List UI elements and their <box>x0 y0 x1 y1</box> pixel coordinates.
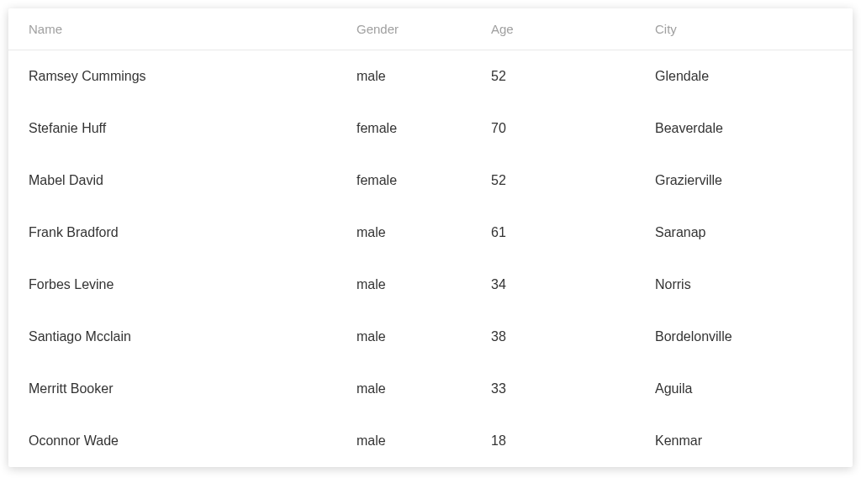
cell-city: Grazierville <box>655 173 832 188</box>
column-header-name[interactable]: Name <box>29 22 357 36</box>
cell-age: 38 <box>491 329 655 344</box>
cell-age: 70 <box>491 121 655 136</box>
column-header-city[interactable]: City <box>655 22 832 36</box>
cell-city: Aguila <box>655 381 832 396</box>
cell-gender: male <box>357 225 491 240</box>
cell-age: 33 <box>491 381 655 396</box>
cell-city: Glendale <box>655 69 832 84</box>
cell-city: Saranap <box>655 225 832 240</box>
column-header-age[interactable]: Age <box>491 22 655 36</box>
data-table: Name Gender Age City Ramsey Cummings mal… <box>8 8 853 467</box>
cell-name: Mabel David <box>29 173 357 188</box>
cell-city: Beaverdale <box>655 121 832 136</box>
cell-age: 34 <box>491 277 655 292</box>
table-header-row: Name Gender Age City <box>8 8 853 50</box>
cell-city: Norris <box>655 277 832 292</box>
cell-gender: male <box>357 381 491 396</box>
cell-name: Santiago Mcclain <box>29 329 357 344</box>
cell-gender: male <box>357 277 491 292</box>
column-header-gender[interactable]: Gender <box>357 22 491 36</box>
table-body: Ramsey Cummings male 52 Glendale Stefani… <box>8 50 853 467</box>
cell-name: Oconnor Wade <box>29 433 357 449</box>
cell-gender: male <box>357 69 491 84</box>
table-row[interactable]: Merritt Booker male 33 Aguila <box>8 363 853 415</box>
cell-age: 61 <box>491 225 655 240</box>
table-row[interactable]: Frank Bradford male 61 Saranap <box>8 207 853 259</box>
cell-gender: male <box>357 433 491 449</box>
cell-name: Stefanie Huff <box>29 121 357 136</box>
cell-name: Forbes Levine <box>29 277 357 292</box>
cell-name: Ramsey Cummings <box>29 69 357 84</box>
table-row[interactable]: Mabel David female 52 Grazierville <box>8 155 853 207</box>
cell-city: Kenmar <box>655 433 832 449</box>
table-row[interactable]: Santiago Mcclain male 38 Bordelonville <box>8 311 853 363</box>
cell-name: Merritt Booker <box>29 381 357 396</box>
cell-age: 52 <box>491 173 655 188</box>
cell-age: 52 <box>491 69 655 84</box>
table-row[interactable]: Ramsey Cummings male 52 Glendale <box>8 50 853 102</box>
cell-gender: female <box>357 121 491 136</box>
cell-city: Bordelonville <box>655 329 832 344</box>
table-row[interactable]: Stefanie Huff female 70 Beaverdale <box>8 102 853 155</box>
cell-gender: female <box>357 173 491 188</box>
table-row[interactable]: Forbes Levine male 34 Norris <box>8 259 853 311</box>
cell-gender: male <box>357 329 491 344</box>
cell-age: 18 <box>491 433 655 449</box>
table-row[interactable]: Oconnor Wade male 18 Kenmar <box>8 415 853 467</box>
cell-name: Frank Bradford <box>29 225 357 240</box>
